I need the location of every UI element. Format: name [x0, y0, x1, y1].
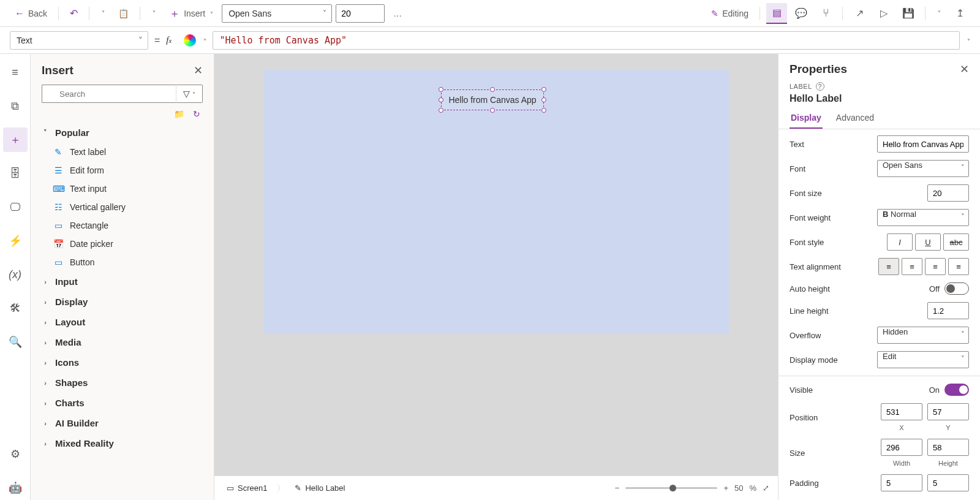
prop-text-input[interactable]: [877, 135, 969, 153]
search-input[interactable]: [42, 85, 176, 103]
undo-button[interactable]: [65, 4, 83, 23]
zoom-slider[interactable]: [625, 487, 717, 489]
prop-lineheight-input[interactable]: [927, 302, 969, 319]
fx-icon[interactable]: fx: [166, 35, 172, 45]
save-split[interactable]: [932, 4, 946, 23]
autoheight-toggle[interactable]: [944, 282, 969, 295]
screen1[interactable]: Hello from Canvas App: [263, 70, 729, 333]
font-size-input[interactable]: [336, 4, 385, 23]
copilot-chevron[interactable]: [202, 36, 206, 45]
breadcrumb-screen[interactable]: ▭Screen1: [223, 482, 271, 494]
pos-y-input[interactable]: [927, 403, 969, 420]
paste-split[interactable]: [146, 4, 160, 23]
data-icon[interactable]: 🗄: [3, 161, 28, 186]
group-mixed-reality[interactable]: ›Mixed Reality: [31, 433, 214, 453]
strike-button[interactable]: abc: [943, 233, 969, 251]
tree-view-icon[interactable]: ⧉: [3, 94, 28, 118]
save-icon[interactable]: [898, 3, 919, 24]
close-properties-icon[interactable]: ✕: [960, 63, 969, 76]
align-right-button[interactable]: ≡: [925, 258, 946, 275]
search-rail-icon[interactable]: 🔍: [3, 330, 28, 354]
group-icons[interactable]: ›Icons: [31, 352, 214, 373]
checker-icon[interactable]: [815, 3, 836, 24]
import-component-icon[interactable]: 📁: [174, 109, 184, 119]
visible-toggle[interactable]: [944, 384, 969, 396]
media-icon[interactable]: 🖵: [3, 195, 28, 219]
group-shapes[interactable]: ›Shapes: [31, 373, 214, 393]
editing-mode[interactable]: Editing: [706, 4, 753, 23]
virtual-agent-icon[interactable]: 🤖: [3, 475, 28, 500]
resize-handle-br[interactable]: [541, 108, 546, 113]
resize-handle-bm[interactable]: [490, 108, 495, 113]
back-button[interactable]: Back: [10, 4, 52, 23]
canvas-stage[interactable]: Hello from Canvas App: [214, 54, 778, 475]
insert-rail-icon[interactable]: ＋: [3, 127, 28, 152]
resize-handle-bl[interactable]: [439, 108, 443, 113]
fit-screen-icon[interactable]: ⤢: [763, 483, 769, 493]
insert-button[interactable]: ＋Insert: [164, 4, 218, 23]
size-w-input[interactable]: [881, 439, 922, 456]
size-h-input[interactable]: [927, 439, 969, 456]
pos-x-input[interactable]: [881, 403, 922, 420]
variables-icon[interactable]: (x): [3, 262, 28, 287]
resize-handle-tm[interactable]: [490, 87, 495, 92]
play-icon[interactable]: [873, 3, 894, 24]
item-button[interactable]: ▭Button: [31, 253, 214, 271]
group-input[interactable]: ›Input: [31, 271, 214, 292]
tab-display[interactable]: Display: [790, 108, 823, 129]
refresh-icon[interactable]: ↻: [193, 109, 200, 119]
filter-button[interactable]: ▽: [176, 85, 203, 103]
item-rectangle[interactable]: ▭Rectangle: [31, 216, 214, 235]
property-select[interactable]: Text: [10, 31, 148, 50]
group-display[interactable]: ›Display: [31, 292, 214, 312]
settings-icon[interactable]: ⚙: [3, 442, 28, 466]
underline-button[interactable]: U: [915, 233, 941, 251]
info-icon[interactable]: ?: [816, 82, 824, 91]
comments-icon[interactable]: [791, 3, 812, 24]
item-text-input[interactable]: ⌨Text input: [31, 180, 214, 198]
prop-displaymode-select[interactable]: Edit: [877, 351, 969, 368]
resize-handle-mr[interactable]: [541, 97, 546, 102]
group-layout[interactable]: ›Layout: [31, 312, 214, 332]
prop-font-select[interactable]: Open Sans: [877, 160, 969, 177]
item-edit-form[interactable]: ☰Edit form: [31, 161, 214, 180]
tab-advanced[interactable]: Advanced: [835, 108, 875, 129]
right-pane-icon[interactable]: ▤: [766, 3, 787, 24]
formula-input[interactable]: "Hello from Canvas App": [213, 31, 960, 50]
align-left-button[interactable]: ≡: [878, 258, 899, 275]
zoom-out[interactable]: −: [615, 483, 620, 493]
hamburger-icon[interactable]: ≡: [3, 60, 28, 85]
resize-handle-ml[interactable]: [439, 97, 443, 102]
font-family-select[interactable]: Open Sans: [222, 4, 332, 23]
item-vertical-gallery[interactable]: ☷Vertical gallery: [31, 198, 214, 216]
resize-handle-tr[interactable]: [541, 87, 546, 92]
paste-button[interactable]: [113, 4, 134, 23]
control-name[interactable]: Hello Label: [778, 91, 980, 108]
item-text-label[interactable]: ✎Text label: [31, 143, 214, 161]
undo-split[interactable]: [96, 4, 110, 23]
zoom-in[interactable]: +: [723, 483, 728, 493]
resize-handle-tl[interactable]: [439, 87, 443, 92]
prop-fontsize-input[interactable]: [927, 184, 969, 202]
group-popular[interactable]: ˅Popular: [31, 123, 214, 143]
publish-icon[interactable]: [949, 3, 970, 24]
tools-icon[interactable]: 🛠: [3, 296, 28, 320]
copilot-icon[interactable]: [184, 34, 196, 47]
group-media[interactable]: ›Media: [31, 332, 214, 352]
group-ai-builder[interactable]: ›AI Builder: [31, 413, 214, 433]
pad-t-input[interactable]: [881, 474, 922, 491]
power-automate-icon[interactable]: ⚡: [3, 229, 28, 253]
pad-r-input[interactable]: [927, 474, 969, 491]
align-center-button[interactable]: ≡: [902, 258, 922, 275]
more-commands[interactable]: …: [388, 4, 408, 23]
close-icon[interactable]: ✕: [194, 64, 203, 77]
prop-fontweight-select[interactable]: B Normal: [877, 209, 969, 226]
group-charts[interactable]: ›Charts: [31, 393, 214, 413]
italic-button[interactable]: I: [887, 233, 913, 251]
selected-label-control[interactable]: Hello from Canvas App: [441, 89, 544, 110]
item-date-picker[interactable]: 📅Date picker: [31, 235, 214, 253]
breadcrumb-label[interactable]: ✎Hello Label: [291, 482, 349, 494]
share-icon[interactable]: [849, 3, 870, 24]
prop-overflow-select[interactable]: Hidden: [877, 327, 969, 344]
align-justify-button[interactable]: ≡: [948, 258, 969, 275]
